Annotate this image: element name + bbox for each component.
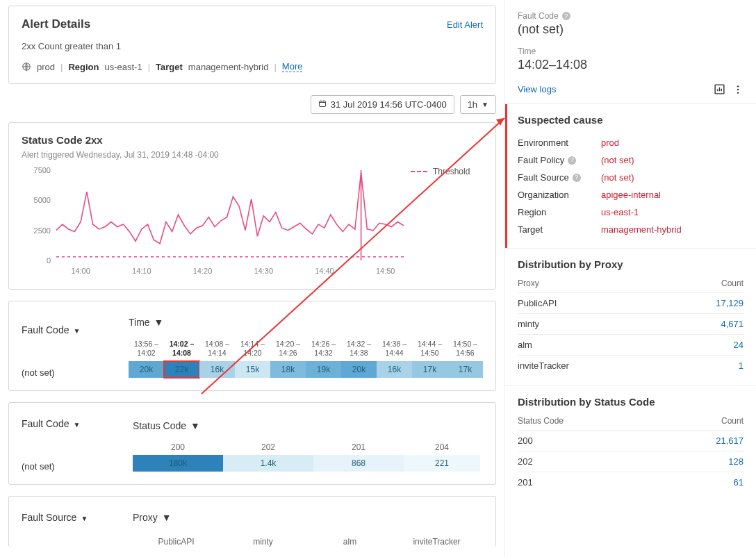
threshold-legend: Threshold	[411, 167, 470, 176]
svg-text:14:30: 14:30	[254, 267, 273, 275]
alert-title: Alert Details	[22, 17, 90, 31]
view-logs-link[interactable]: View logs	[518, 84, 556, 94]
cause-row: Fault Source?(not set)	[518, 169, 743, 186]
status-chart-card: Status Code 2xx Alert triggered Wednesda…	[8, 122, 496, 290]
chevron-down-icon: ▼	[154, 317, 164, 328]
dist-status-row[interactable]: 202128	[518, 451, 743, 472]
region-label: Region	[68, 62, 99, 72]
dist-status-row[interactable]: 20161	[518, 472, 743, 492]
svg-text:14:00: 14:00	[71, 267, 90, 275]
date-picker-button[interactable]: 31 Jul 2019 14:56 UTC-0400	[311, 95, 454, 114]
proxy-bucket-header: minty	[220, 537, 306, 547]
env-value: prod	[37, 62, 55, 72]
status-code-dropdown[interactable]: Status Code ▼	[133, 416, 483, 435]
time-bucket[interactable]: 14:08 –14:1416k	[199, 339, 235, 378]
chevron-down-icon: ▼	[73, 327, 80, 335]
svg-text:14:20: 14:20	[193, 267, 213, 275]
more-menu-icon[interactable]	[732, 84, 743, 95]
time-bucket[interactable]: 14:14 –14:2015k	[235, 339, 270, 378]
status-bucket[interactable]: 200180k	[133, 442, 223, 472]
time-bucket[interactable]: 14:02 –14:0822k	[164, 339, 199, 378]
proxy-bucket-header: PublicAPI	[133, 537, 220, 547]
time-bucket[interactable]: 14:50 –14:5617k	[447, 339, 483, 378]
dist-proxy-col-k: Proxy	[518, 278, 539, 288]
chevron-down-icon: ▼	[162, 512, 172, 523]
timeframe-toolbar: 31 Jul 2019 14:56 UTC-0400 1h ▼	[8, 95, 496, 114]
svg-rect-1	[319, 101, 325, 107]
time-bucket[interactable]: 13:56 –14:0220k	[129, 339, 164, 378]
dist-proxy-row[interactable]: PublicAPI17,129	[518, 292, 743, 313]
alert-meta: prod | Region us-east-1 | Target managem…	[22, 61, 483, 72]
dist-proxy-title: Distribution by Proxy	[518, 258, 743, 270]
dist-proxy-row[interactable]: minty4,671	[518, 313, 743, 334]
svg-text:14:40: 14:40	[315, 267, 334, 275]
threshold-label: Threshold	[433, 167, 470, 176]
chevron-down-icon: ▼	[190, 420, 200, 431]
svg-text:0: 0	[47, 256, 51, 265]
fault-code-header-value: (not set)	[518, 22, 743, 37]
alert-details-card: Alert Details Edit Alert 2xx Count great…	[8, 6, 496, 84]
svg-point-17	[737, 92, 739, 93]
status-bucket[interactable]: 204221	[404, 442, 480, 472]
time-bucket[interactable]: 14:20 –14:2618k	[270, 339, 306, 378]
fault-code-dropdown[interactable]: Fault Code ▼	[22, 320, 120, 340]
svg-point-16	[737, 88, 739, 90]
range-picker-button[interactable]: 1h ▼	[460, 95, 496, 114]
dist-status-section: Distribution by Status Code Status Code …	[505, 385, 756, 502]
svg-text:7500: 7500	[34, 167, 51, 174]
help-icon[interactable]: ?	[568, 156, 576, 165]
edit-alert-link[interactable]: Edit Alert	[447, 19, 483, 30]
details-header: Fault Code ? (not set) Time 14:02–14:08 …	[505, 0, 756, 103]
proxy-dropdown[interactable]: Proxy ▼	[133, 508, 483, 527]
status-chart-title: Status Code 2xx	[22, 134, 483, 146]
cause-row: Targetmanagement-hybrid	[518, 221, 743, 238]
facet-time-card: Fault Code ▼ (not set) Time ▼ 13:56 –14:…	[8, 301, 496, 391]
fault-code-header-label: Fault Code ?	[518, 11, 743, 21]
suspected-cause-section: Suspected cause EnvironmentprodFault Pol…	[505, 103, 756, 248]
dist-status-row[interactable]: 20021,617	[518, 430, 743, 451]
time-bucket[interactable]: 14:38 –14:4416k	[377, 339, 412, 378]
proxy-bucket-header: inviteTracker	[393, 537, 480, 547]
more-link[interactable]: More	[282, 61, 303, 72]
status-bucket[interactable]: 201868	[313, 442, 404, 472]
svg-text:5000: 5000	[34, 196, 51, 204]
cause-row: Regionus-east-1	[518, 203, 743, 221]
time-bucket[interactable]: 14:26 –14:3219k	[306, 339, 341, 378]
date-value: 31 Jul 2019 14:56 UTC-0400	[331, 99, 447, 110]
globe-icon	[22, 62, 31, 72]
fault-source-dropdown[interactable]: Fault Source ▼	[22, 508, 124, 527]
region-value: us-east-1	[104, 62, 142, 72]
facet-status-card: Fault Code ▼ (not set) Status Code ▼ 200…	[8, 402, 496, 485]
dist-proxy-row[interactable]: inviteTracker1	[518, 355, 743, 376]
calendar-icon	[318, 99, 327, 110]
target-label: Target	[156, 62, 183, 72]
fault-code-dropdown-2[interactable]: Fault Code ▼	[22, 414, 124, 433]
svg-text:14:50: 14:50	[376, 267, 395, 275]
dist-proxy-row[interactable]: alm24	[518, 334, 743, 355]
help-icon[interactable]: ?	[562, 12, 570, 20]
fault-code-value: (not set)	[22, 367, 120, 378]
status-bucket[interactable]: 2021.4k	[223, 442, 313, 472]
dist-status-title: Distribution by Status Code	[518, 396, 743, 408]
dist-status-col-k: Status Code	[518, 416, 564, 426]
time-header-label: Time	[518, 47, 743, 56]
svg-text:14:10: 14:10	[132, 267, 151, 275]
cause-row: Environmentprod	[518, 134, 743, 151]
svg-point-15	[737, 85, 739, 87]
threshold-dash-icon	[411, 171, 427, 172]
time-bucket[interactable]: 14:44 –14:5017k	[412, 339, 447, 378]
help-icon[interactable]: ?	[573, 174, 581, 182]
time-bucket[interactable]: 14:32 –14:3820k	[341, 339, 377, 378]
facet-proxy-card: Fault Source ▼ Proxy ▼ PublicAPImintyalm…	[8, 496, 496, 547]
suspected-cause-title: Suspected cause	[518, 114, 743, 126]
alert-description: 2xx Count greater than 1	[22, 41, 483, 51]
svg-text:2500: 2500	[34, 226, 51, 235]
range-value: 1h	[468, 99, 477, 110]
chevron-down-icon: ▼	[81, 515, 88, 522]
dist-proxy-col-v: Count	[721, 278, 743, 288]
time-dropdown[interactable]: Time ▼	[129, 313, 483, 332]
cause-row: Fault Policy?(not set)	[518, 151, 743, 169]
time-header-value: 14:02–14:08	[518, 58, 743, 72]
chevron-down-icon: ▼	[482, 101, 488, 108]
chart-icon[interactable]	[714, 83, 725, 95]
